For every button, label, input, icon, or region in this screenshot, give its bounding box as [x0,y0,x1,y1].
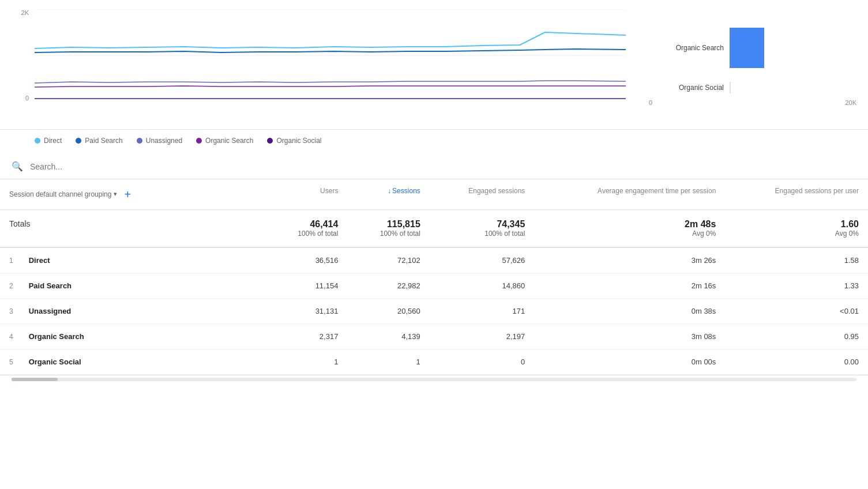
row-2-engaged-sessions: 14,860 [430,273,535,299]
row-4-sessions: 4,139 [347,324,429,349]
legend-dot-direct [35,138,40,144]
row-4-avg-engagement: 3m 08s [534,324,725,349]
legend-dot-paid-search [76,138,81,144]
row-2-avg-engagement: 2m 16s [534,273,725,299]
sessions-col-label: Sessions [392,187,420,195]
row-2-users: 11,154 [265,273,347,299]
row-1-avg-engagement: 3m 26s [534,247,725,273]
row-5-sessions: 1 [347,349,429,375]
y-label-bottom: 0 [25,95,29,101]
row-3-avg-engagement: 0m 38s [534,299,725,324]
row-2-sessions: 22,982 [347,273,429,299]
row-4-users: 2,317 [265,324,347,349]
sort-arrow-icon: ↓ [388,187,391,195]
sidebar-bar-organic-search [730,28,764,68]
engaged-per-user-col-label: Engaged sessions per user [775,187,859,195]
row-channel-4[interactable]: Organic Search [29,332,84,341]
row-2-engaged-per-user: 1.33 [725,273,868,299]
sidebar-label-organic-search: Organic Search [649,44,724,52]
legend-item-organic-search[interactable]: Organic Search [196,137,253,145]
legend-dot-unassigned [137,138,142,144]
row-3-engaged-per-user: <0.01 [725,299,868,324]
legend-item-organic-social[interactable]: Organic Social [267,137,321,145]
table-row: 4 Organic Search 2,317 4,139 2,197 3m 08… [0,324,868,349]
add-column-button[interactable]: + [124,186,131,202]
column-header-users[interactable]: Users [265,179,347,210]
row-3-engaged-sessions: 171 [430,299,535,324]
totals-sessions-sub: 100% of total [356,230,420,238]
table-row: 5 Organic Social 1 1 0 0m 00s 0.00 [0,349,868,375]
legend-label-organic-social: Organic Social [276,137,321,145]
legend-item-unassigned[interactable]: Unassigned [137,137,182,145]
row-5-users: 1 [265,349,347,375]
column-header-channel: Session default channel grouping ▾ + [0,179,265,210]
scrollbar-thumb[interactable] [12,378,58,381]
line-chart: 2K 0 12 Jun [0,9,637,125]
data-table: Session default channel grouping ▾ + Use… [0,179,868,375]
totals-sessions: 115,815 [356,219,420,230]
search-bar: 🔍 [0,154,868,179]
row-channel-2[interactable]: Paid Search [29,281,72,290]
search-input[interactable] [30,162,856,171]
row-1-sessions: 72,102 [347,247,429,273]
legend-label-direct: Direct [44,137,62,145]
row-channel-3[interactable]: Unassigned [29,307,72,315]
row-3-sessions: 20,560 [347,299,429,324]
row-rank-1: 1 [9,257,27,265]
column-header-sessions[interactable]: ↓Sessions [347,179,429,210]
chart-area: 2K 0 12 Jun [0,0,868,130]
legend-dot-organic-social [267,138,273,144]
totals-engaged-per-user-sub: Avg 0% [734,230,859,238]
legend-label-unassigned: Unassigned [146,137,182,145]
column-header-avg-engagement[interactable]: Average engagement time per session [534,179,725,210]
legend-item-direct[interactable]: Direct [35,137,62,145]
totals-row: Totals 46,414 100% of total 115,815 100%… [0,210,868,248]
legend-dot-organic-search [196,138,202,144]
row-rank-2: 2 [9,282,27,290]
table-row: 1 Direct 36,516 72,102 57,626 3m 26s 1.5… [0,247,868,273]
sidebar-chart-item-1: Organic Search [649,28,856,68]
totals-avg-engagement-sub: Avg 0% [543,230,716,238]
avg-engagement-col-label: Average engagement time per session [598,187,716,195]
totals-users: 46,414 [275,219,338,230]
row-5-engaged-per-user: 0.00 [725,349,868,375]
legend-label-organic-search: Organic Search [205,137,253,145]
sidebar-label-organic-social: Organic Social [649,84,724,92]
y-axis-left: 2K 0 [0,9,32,101]
row-rank-4: 4 [9,333,27,341]
row-3-users: 31,131 [265,299,347,324]
column-header-engaged-per-user[interactable]: Engaged sessions per user [725,179,868,210]
scrollbar-track[interactable] [12,378,856,381]
legend-item-paid-search[interactable]: Paid Search [76,137,122,145]
row-5-avg-engagement: 0m 00s [534,349,725,375]
row-4-engaged-sessions: 2,197 [430,324,535,349]
column-group-label: Session default channel grouping [9,190,111,200]
row-1-users: 36,516 [265,247,347,273]
table-row: 2 Paid Search 11,154 22,982 14,860 2m 16… [0,273,868,299]
row-5-engaged-sessions: 0 [430,349,535,375]
right-y-axis: 0 20K [649,99,856,106]
chart-svg: 12 Jun 19 26 03 Jul [35,9,626,101]
column-header-engaged-sessions[interactable]: Engaged sessions [430,179,535,210]
row-1-engaged-per-user: 1.58 [725,247,868,273]
row-channel-5[interactable]: Organic Social [29,358,81,366]
right-y-20k: 20K [845,99,856,106]
totals-engaged-sessions: 74,345 [439,219,525,230]
sidebar-chart: Organic Search Organic Social 0 20K [637,9,868,125]
sidebar-bar-organic-social [730,82,731,93]
y-label-top: 2K [21,9,29,16]
main-container: 2K 0 12 Jun [0,0,868,383]
chart-legend: Direct Paid Search Unassigned Organic Se… [0,130,868,154]
row-rank-3: 3 [9,307,27,315]
totals-avg-engagement: 2m 48s [543,219,716,230]
row-channel-1[interactable]: Direct [29,256,50,265]
users-col-label: Users [320,187,338,195]
right-y-zero: 0 [649,99,652,106]
totals-engaged-per-user: 1.60 [734,219,859,230]
row-rank-5: 5 [9,358,27,366]
totals-engaged-sessions-sub: 100% of total [439,230,525,238]
sidebar-chart-item-2: Organic Social [649,82,856,93]
totals-label: Totals [9,219,31,228]
row-4-engaged-per-user: 0.95 [725,324,868,349]
dropdown-arrow-icon[interactable]: ▾ [114,190,117,198]
